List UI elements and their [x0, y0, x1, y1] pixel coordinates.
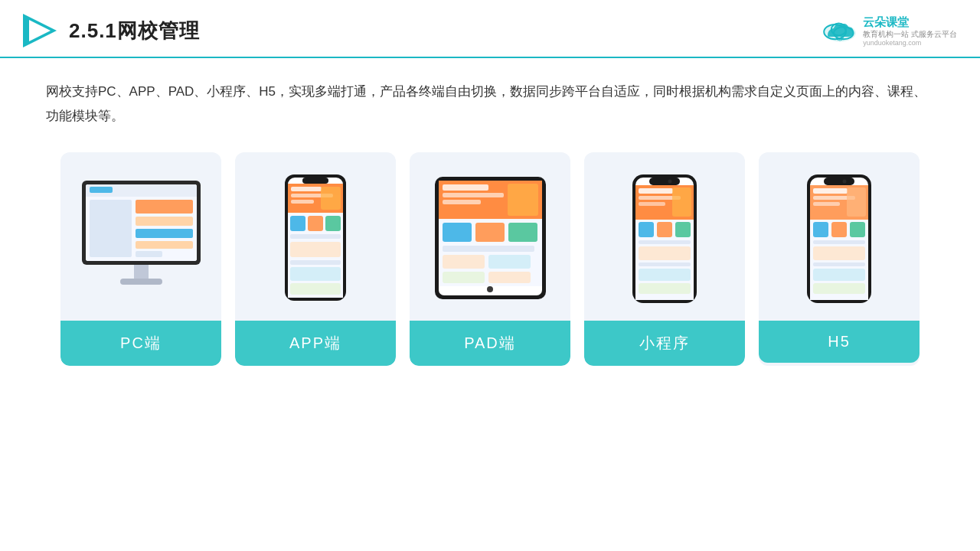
svg-rect-15 — [136, 200, 193, 214]
h5-label: H5 — [759, 321, 920, 363]
svg-rect-39 — [290, 283, 341, 295]
svg-rect-83 — [813, 202, 840, 206]
svg-rect-21 — [134, 265, 149, 280]
svg-rect-48 — [508, 184, 538, 216]
card-miniapp: 小程序 — [584, 152, 745, 366]
svg-rect-14 — [90, 200, 132, 257]
svg-rect-73 — [639, 269, 691, 281]
svg-rect-51 — [508, 223, 537, 242]
svg-rect-17 — [136, 229, 193, 238]
svg-rect-59 — [649, 178, 680, 185]
svg-rect-38 — [290, 267, 341, 281]
pc-mockup-icon — [74, 177, 208, 303]
svg-rect-65 — [639, 202, 665, 206]
svg-rect-91 — [813, 269, 865, 281]
svg-rect-16 — [136, 217, 193, 226]
svg-rect-54 — [488, 255, 531, 269]
svg-rect-31 — [321, 187, 341, 210]
svg-rect-47 — [443, 200, 481, 204]
header-left: 2.5.1网校管理 — [23, 14, 200, 47]
svg-rect-28 — [291, 187, 322, 191]
svg-rect-68 — [657, 222, 672, 237]
app-image-area — [235, 152, 396, 321]
svg-rect-45 — [443, 184, 488, 191]
page: 2.5.1网校管理 云朵课堂 教育 — [0, 0, 980, 551]
description-paragraph: 网校支持PC、APP、PAD、小程序、H5，实现多端打通，产品各终端自由切换，数… — [46, 84, 926, 123]
svg-rect-90 — [813, 262, 865, 266]
svg-rect-92 — [813, 283, 865, 294]
cards-section: PC端 — [0, 129, 980, 366]
svg-rect-56 — [488, 272, 531, 283]
svg-rect-19 — [136, 251, 162, 257]
svg-rect-88 — [813, 240, 865, 244]
svg-rect-34 — [325, 216, 341, 231]
svg-rect-84 — [847, 187, 866, 217]
miniapp-mockup-icon — [630, 173, 699, 307]
app-mockup-icon — [281, 173, 350, 307]
pc-image-area — [60, 152, 221, 321]
brand-name: 云朵课堂 — [863, 15, 909, 29]
card-pc: PC端 — [60, 152, 221, 366]
svg-rect-46 — [443, 193, 504, 197]
svg-rect-67 — [639, 222, 654, 237]
header-right: 云朵课堂 教育机构一站 式服务云平台 yunduoketang.com — [822, 15, 957, 47]
brand-text: 云朵课堂 教育机构一站 式服务云平台 yunduoketang.com — [863, 15, 957, 47]
brand-logo: 云朵课堂 教育机构一站 式服务云平台 yunduoketang.com — [822, 15, 957, 47]
card-app: APP端 — [235, 152, 396, 366]
pad-image-area — [410, 152, 570, 321]
svg-rect-25 — [302, 178, 328, 184]
pc-label: PC端 — [60, 321, 221, 366]
svg-rect-86 — [831, 222, 847, 237]
svg-rect-33 — [308, 216, 323, 231]
svg-rect-63 — [639, 188, 673, 194]
svg-rect-70 — [639, 240, 691, 244]
svg-point-78 — [843, 180, 847, 184]
brand-url: yunduoketang.com — [863, 39, 921, 47]
svg-rect-35 — [290, 234, 341, 239]
svg-rect-87 — [850, 222, 865, 237]
header: 2.5.1网校管理 云朵课堂 教育 — [0, 0, 980, 58]
svg-rect-53 — [443, 255, 485, 269]
svg-point-60 — [668, 180, 672, 184]
svg-rect-52 — [443, 246, 534, 252]
logo-arrow-icon — [23, 14, 57, 47]
svg-point-42 — [487, 286, 493, 292]
svg-rect-32 — [290, 216, 305, 231]
description-text: 网校支持PC、APP、PAD、小程序、H5，实现多端打通，产品各终端自由切换，数… — [0, 58, 980, 129]
pad-mockup-icon — [431, 173, 550, 307]
app-label: APP端 — [235, 321, 396, 366]
miniapp-image-area — [584, 152, 745, 321]
svg-rect-81 — [813, 188, 848, 194]
h5-image-area — [759, 152, 920, 321]
svg-rect-18 — [136, 241, 193, 249]
svg-rect-74 — [639, 283, 691, 294]
svg-rect-37 — [290, 260, 341, 265]
svg-rect-50 — [475, 223, 505, 242]
svg-rect-71 — [639, 246, 691, 260]
svg-rect-69 — [675, 222, 691, 237]
svg-rect-85 — [813, 222, 828, 237]
page-title: 2.5.1网校管理 — [69, 18, 200, 44]
svg-rect-13 — [86, 194, 197, 197]
svg-rect-49 — [443, 223, 472, 242]
svg-rect-36 — [290, 242, 341, 257]
pad-label: PAD端 — [410, 321, 570, 366]
svg-rect-72 — [639, 262, 691, 266]
svg-rect-30 — [291, 200, 314, 204]
svg-rect-20 — [90, 187, 113, 193]
svg-rect-77 — [824, 178, 854, 185]
svg-rect-89 — [813, 246, 865, 260]
svg-rect-55 — [443, 272, 485, 283]
card-pad: PAD端 — [410, 152, 570, 366]
svg-rect-66 — [672, 187, 691, 217]
brand-sub: 教育机构一站 式服务云平台 — [863, 29, 957, 39]
svg-rect-22 — [120, 279, 162, 285]
cloud-icon — [822, 17, 858, 44]
h5-mockup-icon — [805, 173, 874, 307]
card-h5: H5 — [759, 152, 920, 366]
miniapp-label: 小程序 — [584, 321, 745, 366]
